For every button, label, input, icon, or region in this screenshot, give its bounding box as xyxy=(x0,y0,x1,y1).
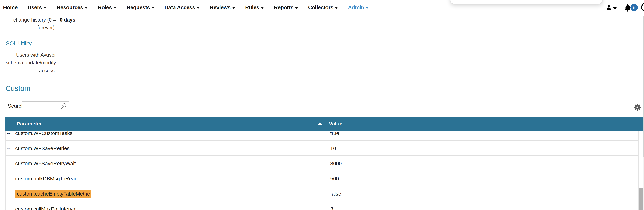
page-scrollbar-track[interactable] xyxy=(642,16,644,210)
row-marker: -- xyxy=(7,141,10,156)
table-scrollbar-track[interactable] xyxy=(638,131,642,210)
nav-item-label: Collectors xyxy=(308,4,333,11)
value-cell: 3 xyxy=(330,202,333,210)
nav-item-label: Resources xyxy=(57,4,83,11)
column-header-parameter[interactable]: Parameter xyxy=(16,117,42,131)
table-row[interactable]: --custom.callMaxPollInterval3 xyxy=(6,202,638,210)
table-row[interactable]: --custom.WFCustomTaskstrue xyxy=(6,131,638,141)
value-cell: true xyxy=(330,131,339,141)
section-divider xyxy=(4,96,642,96)
nav-item-label: Reports xyxy=(274,4,294,11)
value-cell: false xyxy=(330,186,341,202)
nav-item-roles[interactable]: Roles xyxy=(98,4,116,11)
avuser-access-label-line2: schema update/modify xyxy=(0,60,56,66)
table-row[interactable]: --custom.cacheEmptyTableMetricfalse xyxy=(6,186,638,202)
avuser-access-label-line1: Users with Avuser xyxy=(0,52,56,58)
user-icon[interactable] xyxy=(606,5,612,11)
parameter-text: custom.WFSaveRetryWait xyxy=(15,160,76,166)
chevron-down-icon xyxy=(335,7,338,9)
nav-item-label: Home xyxy=(3,4,18,11)
chevron-down-icon xyxy=(295,7,298,9)
table-row[interactable]: --custom.WFSaveRetryWait3000 xyxy=(6,156,638,171)
table-scrollbar-thumb[interactable] xyxy=(639,188,643,210)
parameter-cell: custom.WFCustomTasks xyxy=(15,131,72,141)
chevron-down-icon xyxy=(232,7,235,9)
nav-item-rules[interactable]: Rules xyxy=(245,4,264,11)
notifications-bell-icon[interactable] xyxy=(624,4,631,12)
change-history-value: 0 days xyxy=(60,17,75,23)
chevron-down-icon xyxy=(114,7,116,9)
search-icon xyxy=(60,103,68,110)
cutoff-dialog xyxy=(450,0,602,4)
nav-item-label: Requests xyxy=(126,4,150,11)
row-marker: -- xyxy=(7,202,10,210)
sort-ascending-icon[interactable] xyxy=(318,122,322,125)
parameter-text: custom.bulkDBMsgToRead xyxy=(15,176,78,182)
nav-item-label: Users xyxy=(28,4,42,11)
table-row[interactable]: --custom.bulkDBMsgToRead500 xyxy=(6,171,638,186)
table-header: Parameter Value xyxy=(5,117,642,131)
nav-item-collectors[interactable]: Collectors xyxy=(308,4,338,11)
nav-item-label: Rules xyxy=(245,4,259,11)
table-body: --custom.WFCustomTaskstrue--custom.WFSav… xyxy=(5,131,638,210)
value-cell: 10 xyxy=(330,141,336,156)
user-menu-caret-icon[interactable] xyxy=(613,8,616,10)
parameter-text: custom.WFSaveRetries xyxy=(15,146,70,151)
value-cell: 500 xyxy=(330,171,339,186)
change-history-label-line1: change history (0 = xyxy=(0,17,56,23)
nav-item-reports[interactable]: Reports xyxy=(274,4,298,11)
nav-item-label: Roles xyxy=(98,4,112,11)
clock-icon[interactable] xyxy=(641,2,644,12)
table-row[interactable]: --custom.WFSaveRetries10 xyxy=(6,141,638,156)
parameter-text: custom.WFCustomTasks xyxy=(15,131,72,136)
parameter-text-highlighted: custom.cacheEmptyTableMetric xyxy=(15,190,92,198)
parameter-text: custom.callMaxPollInterval xyxy=(15,206,76,210)
nav-item-home[interactable]: Home xyxy=(3,4,18,11)
parameter-cell: custom.bulkDBMsgToRead xyxy=(15,171,78,186)
chevron-down-icon xyxy=(366,7,369,9)
row-marker: -- xyxy=(7,171,10,186)
nav-item-admin[interactable]: Admin xyxy=(348,4,369,11)
nav-item-resources[interactable]: Resources xyxy=(57,4,88,11)
chevron-down-icon xyxy=(44,7,47,9)
page-scrollbar-thumb[interactable] xyxy=(642,16,644,158)
row-marker: -- xyxy=(7,186,10,202)
sql-utility-link[interactable]: SQL Utility xyxy=(6,40,32,47)
nav-item-requests[interactable]: Requests xyxy=(126,4,155,11)
avuser-access-label-line3: access: xyxy=(0,68,56,74)
table-rows-container: --custom.WFCustomTaskstrue--custom.WFSav… xyxy=(6,131,638,210)
parameter-cell: custom.callMaxPollInterval xyxy=(15,202,76,210)
row-marker: -- xyxy=(7,156,10,171)
avuser-access-value: -- xyxy=(60,60,63,66)
chevron-down-icon xyxy=(261,7,264,9)
chevron-down-icon xyxy=(151,7,154,9)
change-history-label-line2: forever): xyxy=(0,25,56,30)
chevron-down-icon xyxy=(197,7,200,9)
table-settings-gear-icon[interactable] xyxy=(634,104,641,111)
nav-item-label: Admin xyxy=(348,4,364,11)
nav-item-reviews[interactable]: Reviews xyxy=(210,4,235,11)
row-marker: -- xyxy=(7,131,10,141)
parameter-cell: custom.WFSaveRetries xyxy=(15,141,70,156)
chevron-down-icon xyxy=(85,7,88,9)
parameter-cell: custom.cacheEmptyTableMetric xyxy=(15,186,92,202)
nav-item-label: Reviews xyxy=(210,4,230,11)
notification-count-badge[interactable]: 8 xyxy=(630,4,638,11)
custom-section-title: Custom xyxy=(6,84,30,92)
nav-item-users[interactable]: Users xyxy=(28,4,47,11)
parameter-cell: custom.WFSaveRetryWait xyxy=(15,156,76,171)
column-header-value[interactable]: Value xyxy=(329,117,342,131)
nav-item-label: Data Access xyxy=(164,4,195,11)
nav-item-data-access[interactable]: Data Access xyxy=(164,4,200,11)
value-cell: 3000 xyxy=(330,156,342,171)
